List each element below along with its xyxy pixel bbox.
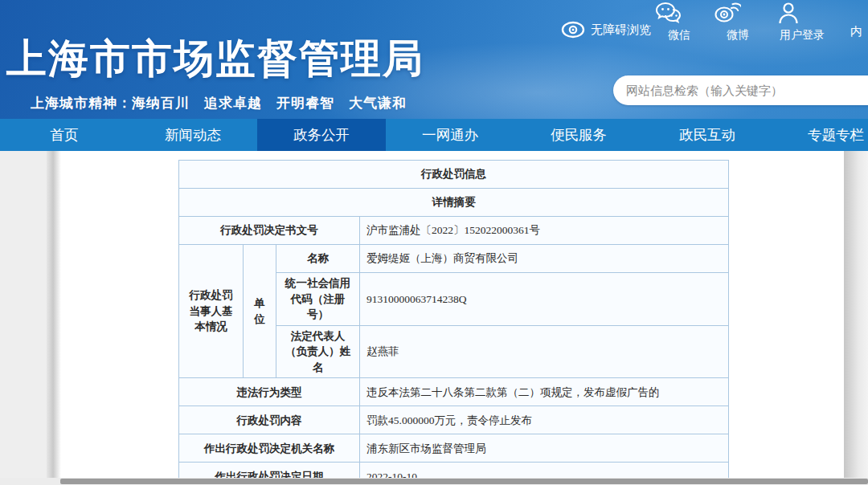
horizontal-scrollbar-thumb[interactable] (60, 479, 868, 484)
legal-rep-label: 法定代表人（负责人）姓名 (276, 325, 360, 378)
user-login-label: 用户登录 (780, 28, 825, 41)
nav-item-news[interactable]: 新闻动态 (129, 119, 257, 151)
table-row: 行政处罚内容 罚款45.000000万元，责令停止发布 (179, 406, 729, 434)
party-unit-label: 单位 (244, 245, 276, 378)
doc-number-value: 沪市监浦处〔2022〕152022000361号 (360, 217, 729, 245)
nav-item-interaction[interactable]: 政民互动 (643, 119, 772, 151)
clipped-header-link[interactable]: 内 (850, 24, 868, 39)
authority-value: 浦东新区市场监督管理局 (360, 434, 729, 463)
penalty-info-table: 行政处罚信息 详情摘要 行政处罚决定书文号 沪市监浦处〔2022〕1520220… (178, 160, 729, 485)
accessibility-label: 无障碍浏览 (591, 22, 651, 38)
left-shadow (47, 151, 61, 485)
nav-item-gov-affairs[interactable]: 政务公开 (257, 119, 386, 151)
violation-type-label: 违法行为类型 (179, 378, 360, 406)
search-input[interactable] (626, 84, 868, 97)
nav-item-one-net[interactable]: 一网通办 (386, 119, 514, 151)
penalty-content-label: 行政处罚内容 (179, 406, 360, 434)
weibo-icon (714, 2, 762, 26)
city-spirit-slogan: 上海城市精神：海纳百川 追求卓越 开明睿智 大气谦和 (31, 94, 407, 112)
site-header: 上海市市场监督管理局 上海城市精神：海纳百川 追求卓越 开明睿智 大气谦和 无障… (0, 0, 868, 119)
content-area: 行政处罚信息 详情摘要 行政处罚决定书文号 沪市监浦处〔2022〕1520220… (0, 151, 868, 485)
table-subtitle: 详情摘要 (179, 189, 729, 217)
penalty-content-value: 罚款45.000000万元，责令停止发布 (360, 406, 729, 434)
table-row: 行政处罚当事人基本情况 单位 名称 爱姆缇姬（上海）商贸有限公司 (179, 245, 729, 273)
eye-icon (561, 21, 585, 39)
wechat-link[interactable]: 微信 (655, 2, 703, 43)
nav-item-home[interactable]: 首页 (0, 119, 129, 151)
legal-rep-value: 赵燕菲 (360, 325, 729, 378)
user-login-link[interactable]: 用户登录 (778, 2, 826, 43)
table-row: 详情摘要 (179, 189, 729, 217)
right-shadow (844, 151, 868, 485)
table-row: 作出行政处罚决定机关名称 浦东新区市场监督管理局 (179, 434, 729, 463)
credit-code-label: 统一社会信用代码（注册号） (276, 273, 360, 326)
weibo-link[interactable]: 微博 (714, 2, 762, 43)
accessibility-link[interactable]: 无障碍浏览 (561, 21, 651, 39)
violation-type-value: 违反本法第二十八条第二款第（二）项规定，发布虚假广告的 (360, 378, 729, 406)
site-search (613, 75, 868, 105)
horizontal-scrollbar-track[interactable] (0, 478, 868, 485)
table-title: 行政处罚信息 (179, 161, 729, 189)
header-quick-links: 无障碍浏览 微信 (547, 0, 868, 48)
wechat-label: 微信 (668, 28, 690, 41)
table-row: 违法行为类型 违反本法第二十八条第二款第（二）项规定，发布虚假广告的 (179, 378, 729, 406)
table-row: 行政处罚信息 (179, 161, 729, 189)
nav-item-special[interactable]: 专题专栏 (772, 119, 868, 151)
party-group-label: 行政处罚当事人基本情况 (179, 245, 244, 378)
nav-item-services[interactable]: 便民服务 (514, 119, 643, 151)
site-title: 上海市市场监督管理局 (6, 32, 424, 86)
weibo-label: 微博 (727, 28, 749, 41)
left-gray-band (0, 151, 47, 485)
credit-code-value: 91310000063714238Q (360, 273, 729, 326)
doc-number-label: 行政处罚决定书文号 (179, 217, 360, 245)
party-name-value: 爱姆缇姬（上海）商贸有限公司 (360, 245, 729, 273)
table-row: 行政处罚决定书文号 沪市监浦处〔2022〕152022000361号 (179, 217, 729, 245)
page: 上海市市场监督管理局 上海城市精神：海纳百川 追求卓越 开明睿智 大气谦和 无障… (0, 0, 868, 485)
user-icon (778, 2, 826, 26)
wechat-icon (655, 2, 703, 26)
main-nav: 首页 新闻动态 政务公开 一网通办 便民服务 政民互动 专题专栏 (0, 119, 868, 151)
authority-label: 作出行政处罚决定机关名称 (179, 434, 360, 463)
party-name-label: 名称 (276, 245, 360, 273)
